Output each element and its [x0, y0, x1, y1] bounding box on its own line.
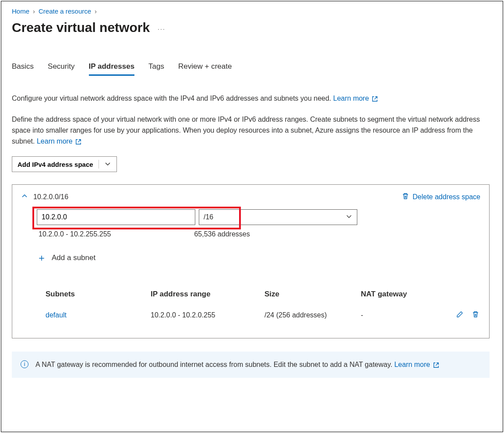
- chevron-down-icon: [345, 213, 352, 222]
- page-title: Create virtual network: [12, 20, 150, 35]
- col-range: IP address range: [151, 290, 264, 299]
- intro-text-content: Configure your virtual network address s…: [12, 95, 331, 102]
- more-actions-button[interactable]: ···: [158, 25, 166, 32]
- button-divider: [99, 160, 99, 169]
- tab-security[interactable]: Security: [48, 62, 74, 76]
- intro-learn-more-label: Learn more: [333, 95, 369, 102]
- col-subnets: Subnets: [46, 290, 151, 299]
- breadcrumb-sep: ›: [33, 7, 35, 15]
- subnet-nat: -: [361, 311, 448, 319]
- breadcrumb: Home › Create a resource ›: [12, 7, 490, 15]
- info-learn-more-link[interactable]: Learn more: [394, 361, 439, 368]
- subnet-table-header: Subnets IP address range Size NAT gatewa…: [21, 284, 480, 305]
- address-prefix-select[interactable]: /16: [199, 209, 357, 225]
- tab-tags[interactable]: Tags: [148, 62, 164, 76]
- external-link-icon: [372, 95, 378, 101]
- subnet-row: default 10.2.0.0 - 10.2.0.255 /24 (256 a…: [21, 305, 480, 326]
- plus-icon: ＋: [37, 251, 46, 264]
- tab-ip-addresses[interactable]: IP addresses: [89, 62, 135, 76]
- delete-subnet-button[interactable]: [472, 311, 479, 320]
- delete-address-space-button[interactable]: Delete address space: [402, 193, 480, 201]
- subnet-size: /24 (256 addresses): [264, 311, 361, 319]
- add-ipv4-address-space-button[interactable]: Add IPv4 address space: [12, 156, 117, 172]
- info-text: A NAT gateway is recommended for outboun…: [35, 361, 392, 368]
- edit-subnet-button[interactable]: [456, 311, 463, 320]
- breadcrumb-create-resource[interactable]: Create a resource: [39, 7, 91, 15]
- external-link-icon: [433, 361, 439, 367]
- desc-learn-more-link[interactable]: Learn more: [37, 137, 81, 145]
- nat-info-banner: i A NAT gateway is recommended for outbo…: [12, 352, 490, 378]
- add-subnet-label: Add a subnet: [52, 253, 95, 262]
- description-content: Define the address space of your virtual…: [12, 116, 480, 145]
- subnet-range: 10.2.0.0 - 10.2.0.255: [151, 311, 264, 319]
- prefix-value-label: /16: [204, 213, 213, 221]
- address-space-panel: 10.2.0.0/16 Delete address space /16 10.…: [12, 184, 490, 338]
- trash-icon: [402, 193, 409, 201]
- intro-text: Configure your virtual network address s…: [12, 93, 490, 104]
- tab-basics[interactable]: Basics: [12, 62, 34, 76]
- add-subnet-button[interactable]: ＋ Add a subnet: [37, 251, 480, 264]
- chevron-down-icon[interactable]: [104, 160, 111, 169]
- subnet-table: Subnets IP address range Size NAT gatewa…: [21, 284, 480, 326]
- subnet-name-link[interactable]: default: [46, 311, 151, 319]
- col-nat: NAT gateway: [361, 290, 448, 299]
- tab-review-create[interactable]: Review + create: [178, 62, 232, 76]
- breadcrumb-sep-2: ›: [95, 7, 97, 15]
- breadcrumb-home[interactable]: Home: [12, 7, 29, 15]
- address-space-cidr: 10.2.0.0/16: [33, 193, 68, 201]
- address-count-text: 65,536 addresses: [194, 230, 250, 238]
- delete-address-space-label: Delete address space: [412, 193, 480, 201]
- col-size: Size: [264, 290, 361, 299]
- add-space-label: Add IPv4 address space: [18, 161, 93, 168]
- collapse-toggle[interactable]: [21, 193, 28, 201]
- description-text: Define the address space of your virtual…: [12, 114, 490, 147]
- address-ip-input[interactable]: [37, 209, 195, 225]
- desc-learn-more-label: Learn more: [37, 137, 73, 145]
- info-learn-more-label: Learn more: [394, 361, 430, 368]
- address-range-text: 10.2.0.0 - 10.2.255.255: [39, 230, 111, 238]
- intro-learn-more-link[interactable]: Learn more: [333, 95, 378, 102]
- info-icon: i: [21, 360, 28, 368]
- tabs: Basics Security IP addresses Tags Review…: [12, 62, 490, 76]
- external-link-icon: [75, 137, 81, 144]
